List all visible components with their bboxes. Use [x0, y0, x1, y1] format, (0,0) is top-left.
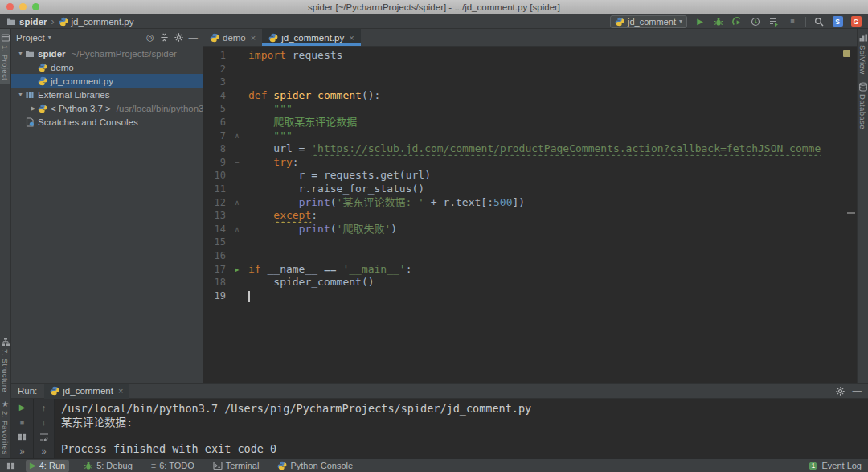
editor-tab-demo[interactable]: demo×	[203, 29, 262, 46]
fold-icon[interactable]: −	[226, 156, 248, 170]
code-line-4[interactable]: 4−def spider_comment():	[203, 89, 857, 103]
breadcrumb-project[interactable]: spider	[6, 17, 47, 27]
code-line-15[interactable]: 15	[203, 236, 857, 249]
tree-expand-icon[interactable]: ▶	[29, 105, 38, 112]
code-line-16[interactable]: 16	[203, 249, 857, 263]
settings-button[interactable]	[174, 33, 183, 42]
code-text: def spider_comment():	[248, 89, 857, 103]
code-line-9[interactable]: 9− try:	[203, 156, 857, 170]
code-line-5[interactable]: 5− """	[203, 102, 857, 116]
tree-item-demo[interactable]: demo	[11, 60, 203, 74]
tree-item--python-3-7-[interactable]: ▶< Python 3.7 >/usr/local/bin/python3.7	[11, 101, 203, 115]
close-window-button[interactable]	[6, 3, 14, 10]
code-line-8[interactable]: 8 url = 'https://sclub.jd.com/comment/pr…	[203, 142, 857, 156]
run-configuration-select[interactable]: jd_comment ▾	[610, 15, 687, 28]
toolwindow-python-console-button[interactable]: Python Console	[273, 460, 357, 472]
toolwindow-debug-button[interactable]: 5: Debug	[80, 460, 137, 472]
chevron-down-icon[interactable]: ▾	[48, 35, 51, 41]
hide-run-panel-button[interactable]: —	[853, 386, 862, 396]
zoom-window-button[interactable]	[32, 3, 39, 10]
gutter	[226, 142, 248, 156]
run-tab[interactable]: jd_comment ×	[44, 384, 129, 399]
collapse-all-button[interactable]	[160, 33, 169, 42]
stop-button[interactable]: ■	[787, 16, 798, 27]
restore-layout-button[interactable]	[18, 433, 27, 441]
debug-button[interactable]	[713, 16, 724, 27]
locate-button[interactable]: ◎	[146, 33, 154, 42]
tree-expand-icon[interactable]: ▼	[16, 51, 25, 56]
code-line-18[interactable]: 18 spider_comment()	[203, 276, 857, 289]
code-line-12[interactable]: 12∧ print('某东评论数据: ' + r.text[:500])	[203, 196, 857, 210]
code-line-10[interactable]: 10 r = requests.get(url)	[203, 169, 857, 183]
hide-panel-button[interactable]: —	[189, 33, 199, 43]
editor-tab-jd-comment-py[interactable]: jd_comment.py×	[262, 29, 360, 46]
line-number: 10	[203, 169, 226, 183]
toolwindow-structure[interactable]: 7: Structure	[0, 333, 11, 396]
tw-project-icon	[1, 33, 10, 43]
warning-stripe-mark[interactable]	[847, 212, 855, 214]
close-icon[interactable]: ×	[118, 386, 123, 396]
terminal-icon	[213, 461, 223, 470]
tree-expand-icon[interactable]: ▼	[16, 92, 25, 97]
run-line-icon[interactable]: ▶	[226, 263, 248, 277]
run-configurations-button[interactable]	[768, 16, 780, 27]
run-settings-button[interactable]	[836, 387, 845, 396]
code-line-1[interactable]: 1import requests	[203, 49, 857, 63]
run-button[interactable]: ▶	[694, 16, 706, 27]
translate-plugin-button[interactable]: S	[832, 16, 843, 27]
code-line-6[interactable]: 6 爬取某东评论数据	[203, 116, 857, 129]
fold-icon[interactable]: ∧	[226, 196, 248, 210]
toolwindow-run-button[interactable]: ▶4: Run	[26, 460, 69, 472]
toolwindow-project[interactable]: 1: Project	[0, 29, 11, 84]
up-stacktrace-button[interactable]: ↑	[42, 404, 47, 412]
minimize-window-button[interactable]	[19, 3, 27, 10]
code-line-11[interactable]: 11 r.raise_for_status()	[203, 183, 857, 196]
close-icon[interactable]: ×	[349, 33, 354, 43]
line-number: 2	[203, 63, 226, 76]
fold-icon[interactable]: ∧	[226, 223, 248, 236]
code-editor[interactable]: 1import requests234−def spider_comment()…	[203, 47, 857, 302]
code-line-13[interactable]: 13 except:	[203, 209, 857, 223]
fold-icon[interactable]: ∧	[226, 129, 248, 143]
code-line-14[interactable]: 14∧ print('爬取失败')	[203, 223, 857, 236]
soft-wrap-button[interactable]	[39, 432, 49, 441]
python-icon	[59, 17, 68, 27]
bug-icon	[84, 461, 93, 470]
tree-item-spider[interactable]: ▼spider~/PycharmProjects/spider	[11, 47, 203, 60]
toolwindow-toggle-icon[interactable]	[6, 462, 15, 470]
event-log-button[interactable]: Event Log	[821, 461, 862, 470]
search-everywhere-button[interactable]	[813, 16, 825, 27]
code-line-17[interactable]: 17▶if __name__ == '__main__':	[203, 263, 857, 277]
run-console[interactable]: /usr/local/bin/python3.7 /Users/pig/Pych…	[55, 399, 868, 458]
close-icon[interactable]: ×	[251, 33, 256, 43]
fold-icon[interactable]: −	[226, 89, 248, 103]
code-line-7[interactable]: 7∧ """	[203, 129, 857, 143]
toolwindow-todo-button[interactable]: ≡6: TODO	[147, 460, 199, 472]
stop-process-button[interactable]: ■	[20, 419, 24, 426]
more-options-button[interactable]: »	[19, 447, 24, 456]
statusbar-item-label: Terminal	[226, 461, 260, 470]
more-console-options-button[interactable]: »	[41, 447, 46, 456]
code-line-2[interactable]: 2	[203, 63, 857, 76]
toolwindow-sciview[interactable]: SciView	[858, 29, 868, 78]
tree-item-jd-comment-py[interactable]: jd_comment.py	[11, 74, 203, 88]
profiler-button[interactable]	[750, 16, 761, 27]
rerun-button[interactable]: ▶	[19, 404, 26, 412]
code-line-3[interactable]: 3	[203, 76, 857, 89]
breadcrumb-file[interactable]: jd_comment.py	[59, 17, 134, 27]
google-translate-plugin-button[interactable]: G	[850, 16, 862, 27]
tree-item-scratches-and-consoles[interactable]: Scratches and Consoles	[11, 115, 203, 129]
inspections-indicator-icon[interactable]	[843, 50, 850, 57]
coverage-button[interactable]	[731, 16, 743, 27]
fold-icon[interactable]: −	[226, 102, 248, 116]
down-stacktrace-button[interactable]: ↓	[42, 418, 47, 427]
tree-item-external-libraries[interactable]: ▼External Libraries	[11, 88, 203, 101]
toolwindow-favorites[interactable]: ★2: Favorites	[0, 396, 11, 458]
code-line-19[interactable]: 19	[203, 289, 857, 303]
toolwindow-database[interactable]: Database	[858, 78, 868, 133]
run-toolwindow: Run: jd_comment × — ▶↑■↓»» /usr/local/bi…	[11, 383, 868, 458]
toolwindow-terminal-button[interactable]: Terminal	[209, 460, 264, 472]
left-toolwindow-stripe: 1: Project7: Structure★2: Favorites	[0, 29, 11, 458]
run-tab-label: jd_comment	[63, 386, 113, 396]
folder-icon	[6, 17, 16, 27]
